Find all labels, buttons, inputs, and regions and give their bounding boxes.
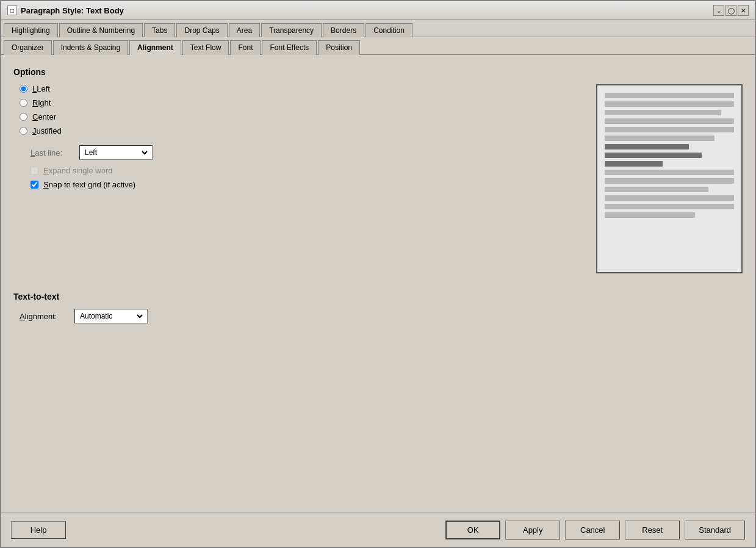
apply-button[interactable]: Apply: [505, 521, 560, 539]
preview-line-10: [605, 195, 734, 201]
radio-justified[interactable]: [20, 127, 27, 135]
tab-font[interactable]: Font: [230, 40, 261, 55]
dialog: □ Paragraph Style: Text Body ⌄ ◯ ✕ Highl…: [0, 0, 756, 548]
standard-button[interactable]: Standard: [685, 521, 745, 539]
text-to-text-alignment-row: Alignment: Automatic Left Right Center J…: [20, 309, 743, 323]
radio-center[interactable]: [20, 113, 27, 121]
ok-button[interactable]: OK: [445, 521, 500, 539]
last-line-select-wrapper[interactable]: Left Right Center Justified: [79, 145, 153, 160]
preview-line-1: [605, 93, 734, 98]
radio-justified-label[interactable]: Justified: [32, 126, 62, 135]
tab-alignment[interactable]: Alignment: [129, 40, 181, 55]
text-to-text-title: Text-to-text: [13, 292, 743, 301]
preview-box: [596, 84, 743, 273]
preview-line-2: [605, 101, 734, 107]
preview-line-5: [605, 127, 734, 132]
tab-highlighting[interactable]: Highlighting: [4, 23, 58, 37]
preview-line-7: [605, 170, 734, 175]
radio-left[interactable]: [20, 85, 27, 93]
preview-line-dark-1: [605, 144, 689, 150]
options-title: Options: [13, 67, 743, 77]
tab-indents-spacing[interactable]: Indents & Spacing: [53, 40, 128, 55]
button-bar: Help OK Apply Cancel Reset Standard: [1, 513, 755, 547]
expand-single-word-checkbox[interactable]: [31, 167, 38, 175]
close-button[interactable]: ✕: [738, 5, 749, 16]
radio-right-label[interactable]: Right: [32, 98, 51, 107]
reset-button[interactable]: Reset: [625, 521, 680, 539]
last-line-label: Last line:: [31, 148, 73, 157]
button-bar-right: OK Apply Cancel Reset Standard: [445, 521, 745, 539]
snap-to-grid-item: Snap to text grid (if active): [31, 180, 578, 189]
options-left: LLeft Right Center: [13, 84, 578, 194]
tab-area[interactable]: Area: [229, 23, 260, 37]
tab-text-flow[interactable]: Text Flow: [182, 40, 229, 55]
tab-outline-numbering[interactable]: Outline & Numbering: [59, 23, 143, 37]
expand-single-word-item: Expand single word: [31, 166, 578, 175]
tabs-row-1: Highlighting Outline & Numbering Tabs Dr…: [1, 20, 755, 37]
preview-line-12: [605, 212, 695, 218]
preview-line-11: [605, 204, 734, 209]
tab-font-effects[interactable]: Font Effects: [262, 40, 317, 55]
preview-line-6: [605, 135, 715, 141]
text-to-text-section: Text-to-text Alignment: Automatic Left R…: [13, 292, 743, 323]
text-to-text-alignment-select-wrapper[interactable]: Automatic Left Right Center Justified: [74, 309, 148, 323]
radio-justified-item: Justified: [20, 126, 578, 135]
radio-left-label[interactable]: LLeft: [32, 84, 50, 93]
title-bar: □ Paragraph Style: Text Body ⌄ ◯ ✕: [1, 1, 755, 20]
tab-condition[interactable]: Condition: [365, 23, 412, 37]
tabs-row-2: Organizer Indents & Spacing Alignment Te…: [1, 37, 755, 55]
tab-transparency[interactable]: Transparency: [261, 23, 322, 37]
alignment-label: Alignment:: [20, 312, 68, 321]
tab-borders[interactable]: Borders: [323, 23, 364, 37]
button-bar-left: Help: [11, 521, 66, 539]
document-icon: □: [7, 5, 17, 15]
tab-tabs[interactable]: Tabs: [144, 23, 175, 37]
tab-drop-caps[interactable]: Drop Caps: [176, 23, 227, 37]
tab-organizer[interactable]: Organizer: [4, 40, 52, 55]
options-section: LLeft Right Center: [13, 84, 743, 273]
help-button[interactable]: Help: [11, 521, 66, 539]
minimize-button[interactable]: ⌄: [713, 5, 724, 16]
preview-line-3: [605, 110, 721, 115]
dialog-title: Paragraph Style: Text Body: [21, 6, 124, 15]
snap-to-grid-checkbox[interactable]: [31, 181, 38, 189]
radio-right[interactable]: [20, 99, 27, 107]
snap-to-grid-label[interactable]: Snap to text grid (if active): [43, 180, 135, 189]
maximize-button[interactable]: ◯: [725, 5, 736, 16]
last-line-select[interactable]: Left Right Center Justified: [82, 148, 149, 157]
expand-single-word-label[interactable]: Expand single word: [43, 166, 112, 175]
preview-line-dark-2: [605, 153, 702, 158]
title-bar-buttons: ⌄ ◯ ✕: [713, 5, 749, 16]
radio-center-item: Center: [20, 112, 578, 121]
title-bar-left: □ Paragraph Style: Text Body: [7, 5, 124, 15]
radio-left-item: LLeft: [20, 84, 578, 93]
alignment-radio-group: LLeft Right Center: [20, 84, 578, 135]
preview-line-dark-3: [605, 161, 663, 167]
last-line-row: Last line: Left Right Center Justified: [31, 145, 578, 160]
radio-right-item: Right: [20, 98, 578, 107]
preview-line-9: [605, 187, 708, 192]
preview-line-4: [605, 118, 734, 124]
radio-center-label[interactable]: Center: [32, 112, 56, 121]
tab-position[interactable]: Position: [318, 40, 360, 55]
text-to-text-alignment-select[interactable]: Automatic Left Right Center Justified: [77, 311, 145, 321]
preview-line-8: [605, 178, 734, 184]
cancel-button[interactable]: Cancel: [565, 521, 620, 539]
content-area: Options LLeft Right: [1, 55, 755, 513]
